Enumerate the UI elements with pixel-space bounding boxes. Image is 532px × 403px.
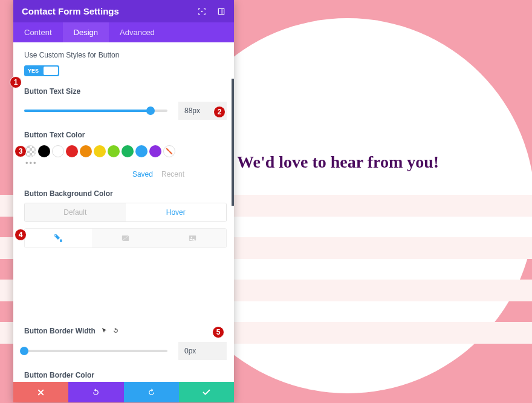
panel-body: Use Custom Styles for Button YES Button … (13, 42, 234, 382)
cursor-icon[interactable] (101, 327, 108, 336)
expand-icon[interactable] (198, 7, 206, 16)
panel-footer (13, 382, 234, 402)
toggle-yes-label: YES (25, 68, 39, 74)
settings-panel: Contact Form Settings Content Design Adv… (13, 0, 234, 402)
svg-point-0 (201, 10, 203, 11)
swatch-black[interactable] (38, 145, 50, 157)
cancel-button[interactable] (13, 382, 68, 402)
more-swatches[interactable]: ••• (25, 159, 227, 168)
bg-type-gradient[interactable] (92, 229, 159, 247)
slider-knob[interactable] (146, 106, 155, 115)
swatch-red[interactable] (66, 145, 78, 157)
bg-color-editor-area (24, 248, 227, 316)
bg-type-image[interactable] (159, 229, 226, 247)
reset-icon[interactable] (112, 327, 119, 336)
slider-fill (24, 110, 151, 112)
bg-type-color[interactable] (25, 229, 92, 247)
callout-2: 2 (213, 106, 225, 118)
default-hover-tabs: Default Hover (24, 203, 227, 222)
custom-styles-toggle[interactable]: YES (24, 65, 59, 76)
save-button[interactable] (179, 382, 234, 402)
tab-advanced[interactable]: Advanced (109, 22, 166, 42)
redo-button[interactable] (124, 382, 179, 402)
svg-point-5 (191, 237, 192, 238)
scrollbar[interactable] (232, 79, 234, 206)
swatch-tab-recent[interactable]: Recent (161, 170, 184, 179)
swatch-purple[interactable] (149, 145, 161, 157)
swatch-white[interactable] (52, 145, 64, 157)
preview-headline: We'd love to hear from you! (237, 152, 439, 172)
callout-4: 4 (15, 229, 27, 241)
panel-header: Contact Form Settings (13, 0, 234, 22)
panel-tabs: Content Design Advanced (13, 22, 234, 42)
text-size-label: Button Text Size (24, 87, 227, 96)
border-width-slider[interactable] (24, 350, 167, 352)
bg-color-label: Button Background Color (24, 189, 227, 198)
swatch-yellow[interactable] (94, 145, 106, 157)
header-actions (198, 7, 225, 16)
swatch-lime[interactable] (108, 145, 120, 157)
text-color-swatches (24, 145, 227, 157)
swatch-none[interactable] (163, 145, 175, 157)
border-width-label-text: Button Border Width (24, 327, 96, 335)
text-size-slider[interactable] (24, 110, 167, 112)
border-color-label: Button Border Color (24, 371, 227, 379)
svg-rect-1 (218, 8, 224, 14)
undo-button[interactable] (68, 382, 123, 402)
dock-icon[interactable] (217, 7, 225, 16)
dh-tab-default[interactable]: Default (25, 203, 126, 221)
panel-title: Contact Form Settings (22, 6, 119, 16)
border-width-label: Button Border Width (24, 327, 227, 336)
bg-type-tabs (24, 228, 227, 248)
text-color-label: Button Text Color (24, 131, 227, 139)
slider-knob[interactable] (20, 347, 28, 355)
callout-1: 1 (10, 76, 22, 88)
border-width-value[interactable]: 0px (178, 342, 227, 360)
swatch-orange[interactable] (80, 145, 92, 157)
swatch-tab-saved[interactable]: Saved (132, 170, 153, 179)
tab-design[interactable]: Design (63, 22, 109, 42)
use-custom-styles-label: Use Custom Styles for Button (24, 51, 227, 59)
tab-content[interactable]: Content (13, 22, 63, 42)
callout-5: 5 (212, 326, 224, 338)
swatch-blue[interactable] (135, 145, 148, 157)
callout-3: 3 (15, 145, 27, 157)
dh-tab-hover[interactable]: Hover (126, 203, 227, 221)
toggle-knob (44, 67, 58, 75)
swatch-source-tabs: Saved Recent (24, 170, 227, 179)
swatch-green[interactable] (122, 145, 134, 157)
